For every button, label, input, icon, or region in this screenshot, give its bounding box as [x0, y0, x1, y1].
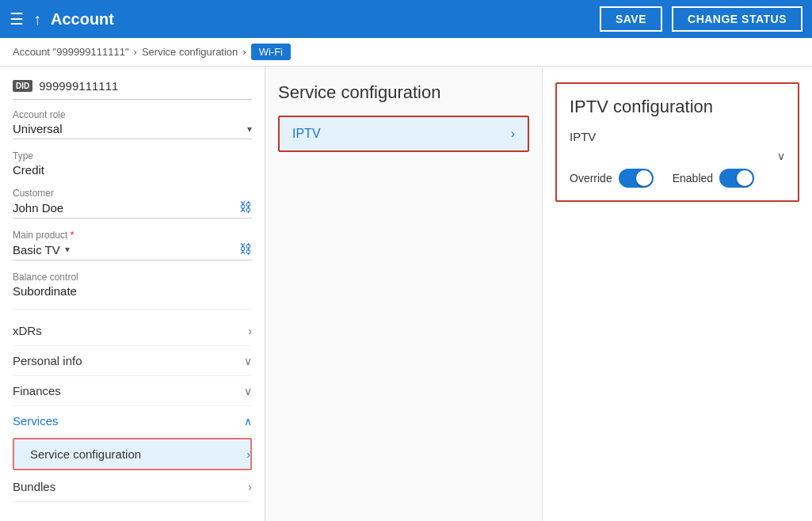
iptv-service-arrow: ›	[511, 127, 515, 141]
nav-item-services-arrow: ∧	[244, 415, 252, 428]
main-product-dropdown-icon[interactable]: ▾	[65, 244, 70, 255]
nav-item-xdrs-arrow: ›	[248, 325, 252, 337]
account-role-dropdown-icon[interactable]: ▾	[247, 124, 252, 135]
did-value: 999999111111	[39, 79, 118, 93]
enabled-toggle[interactable]	[719, 169, 754, 188]
nav-item-personal-info-label: Personal info	[13, 354, 82, 367]
main-product-value: Basic TV	[13, 243, 60, 257]
customer-row: John Doe ⛓	[13, 200, 252, 219]
main-product-field: Main product * Basic TV ▾ ⛓	[13, 230, 252, 260]
page-title: Account	[51, 10, 590, 29]
nav-divider	[13, 309, 252, 310]
main-layout: DID 999999111111 Account role Universal …	[0, 67, 812, 521]
up-icon[interactable]: ↑	[33, 10, 41, 29]
account-role-field: Account role Universal ▾	[13, 109, 252, 139]
nav-item-finances-arrow: ∨	[244, 385, 252, 397]
nav-item-service-config[interactable]: Service configuration ›	[13, 438, 252, 470]
did-row: DID 999999111111	[13, 79, 252, 100]
nav-item-finances-label: Finances	[13, 384, 61, 397]
breadcrumb-sep2: ›	[242, 46, 246, 58]
iptv-section-label: IPTV	[570, 130, 785, 143]
breadcrumb-sep1: ›	[134, 46, 137, 58]
iptv-service-item[interactable]: IPTV ›	[278, 116, 529, 152]
breadcrumb-wifi[interactable]: Wi-Fi	[251, 44, 291, 60]
customer-label: Customer	[13, 188, 252, 199]
nav-item-xdrs[interactable]: xDRs ›	[13, 316, 252, 346]
nav-item-finances[interactable]: Finances ∨	[13, 376, 252, 406]
account-role-row: Universal ▾	[13, 122, 252, 139]
nav-item-bundles-arrow: ›	[248, 481, 252, 493]
nav-item-bundles[interactable]: Bundles ›	[13, 472, 252, 502]
nav-item-services-label: Services	[13, 414, 59, 428]
mid-panel: Service configuration IPTV ›	[265, 67, 543, 521]
save-button[interactable]: SAVE	[600, 6, 662, 32]
menu-icon[interactable]: ☰	[10, 10, 24, 29]
type-value: Credit	[13, 163, 252, 177]
right-panel: IPTV configuration IPTV ∨ Override Enabl…	[543, 67, 812, 521]
iptv-chevron-row: ∨	[570, 150, 785, 162]
breadcrumb: Account "999999111111" › Service configu…	[0, 38, 812, 67]
nav-item-services[interactable]: Services ∧	[13, 406, 252, 436]
override-label: Override	[570, 172, 612, 184]
nav-item-personal-info[interactable]: Personal info ∨	[13, 346, 252, 376]
iptv-chevron-icon[interactable]: ∨	[777, 150, 785, 162]
iptv-toggles: Override Enabled	[570, 169, 785, 188]
did-badge: DID	[13, 80, 32, 92]
nav-item-bundles-label: Bundles	[13, 480, 55, 493]
main-product-link-icon[interactable]: ⛓	[239, 242, 252, 257]
override-toggle-group: Override	[570, 169, 654, 188]
main-product-label: Main product *	[13, 230, 252, 241]
customer-link-icon[interactable]: ⛓	[239, 200, 252, 215]
iptv-config-box: IPTV configuration IPTV ∨ Override Enabl…	[555, 82, 799, 202]
main-product-row: Basic TV ▾ ⛓	[13, 242, 252, 260]
mid-panel-title: Service configuration	[278, 82, 529, 103]
customer-field: Customer John Doe ⛓	[13, 188, 252, 219]
balance-control-value: Subordinate	[13, 284, 252, 298]
balance-control-field: Balance control Subordinate	[13, 272, 252, 298]
type-field: Type Credit	[13, 150, 252, 177]
enabled-label: Enabled	[673, 172, 713, 184]
left-panel: DID 999999111111 Account role Universal …	[0, 67, 265, 521]
account-role-value: Universal	[13, 122, 63, 135]
override-toggle[interactable]	[619, 169, 654, 188]
type-label: Type	[13, 150, 252, 162]
change-status-button[interactable]: CHANGE STATUS	[672, 6, 802, 32]
customer-value: John Doe	[13, 201, 63, 215]
nav-item-service-config-label: Service configuration	[30, 447, 141, 461]
iptv-config-title: IPTV configuration	[570, 97, 785, 117]
enabled-toggle-group: Enabled	[673, 169, 754, 188]
nav-item-personal-info-arrow: ∨	[244, 355, 252, 367]
nav-item-xdrs-label: xDRs	[13, 324, 42, 337]
balance-control-label: Balance control	[13, 272, 252, 283]
account-role-label: Account role	[13, 109, 252, 120]
breadcrumb-account[interactable]: Account "999999111111"	[13, 46, 129, 58]
iptv-service-label: IPTV	[292, 127, 321, 141]
app-header: ☰ ↑ Account SAVE CHANGE STATUS	[0, 0, 812, 38]
breadcrumb-service-config[interactable]: Service configuration	[142, 46, 238, 58]
nav-item-service-config-arrow: ›	[246, 448, 250, 461]
